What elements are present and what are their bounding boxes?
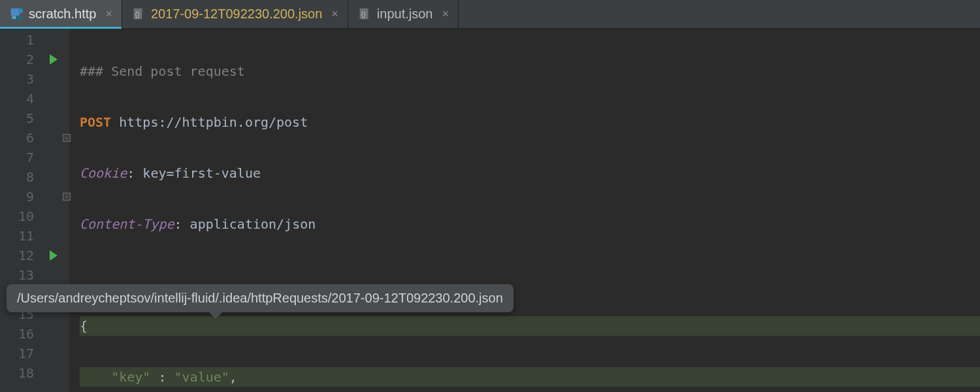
code-line: Cookie: key=first-value — [80, 163, 980, 183]
line-number: 7 — [0, 148, 69, 167]
tab-label: scratch.http — [29, 7, 96, 22]
code-line: "key" : "value", — [80, 367, 980, 387]
line-number: 6- — [0, 128, 69, 148]
line-number: 8 — [0, 167, 69, 187]
path-tooltip: /Users/andreycheptsov/intellij-fluid/.id… — [7, 284, 514, 312]
code-line — [80, 265, 980, 285]
json-file-icon: {} — [131, 7, 146, 22]
http-file-icon: AI — [9, 7, 24, 22]
close-icon[interactable]: × — [442, 7, 449, 21]
tab-bar: AI scratch.http × {} 2017-09-12T092230.2… — [0, 0, 980, 29]
json-file-icon: {} — [357, 7, 372, 22]
tab-label: 2017-09-12T092230.200.json — [151, 7, 322, 22]
code-line: POST https://httpbin.org/post — [80, 112, 980, 132]
tab-json-response[interactable]: {} 2017-09-12T092230.200.json × — [122, 0, 348, 28]
tab-scratch-http[interactable]: AI scratch.http × — [0, 0, 122, 28]
svg-point-3 — [18, 8, 23, 12]
line-number: 16 — [0, 324, 69, 344]
line-number: 17 — [0, 344, 69, 363]
code-line: { — [80, 316, 980, 336]
gutter: 1 2 3 4 5 6- 7 8 9- 10 11 12 13 14 15 16… — [0, 29, 69, 392]
close-icon[interactable]: × — [105, 7, 112, 21]
tab-input-json[interactable]: {} input.json × — [348, 0, 459, 28]
code-line: Content-Type: application/json — [80, 214, 980, 234]
code-area[interactable]: ### Send post request POST https://httpb… — [69, 29, 980, 392]
line-number: 2 — [0, 50, 69, 69]
line-number: 10 — [0, 206, 69, 226]
tab-label: input.json — [377, 7, 433, 22]
code-line: ### Send post request — [80, 61, 980, 81]
svg-text:{}: {} — [361, 10, 366, 18]
line-number: 12 — [0, 246, 69, 265]
run-icon[interactable] — [50, 54, 57, 65]
svg-text:{}: {} — [135, 10, 140, 18]
run-icon[interactable] — [50, 250, 57, 261]
line-number: 1 — [0, 30, 69, 50]
svg-text:AI: AI — [12, 15, 16, 20]
close-icon[interactable]: × — [331, 7, 338, 21]
code-editor[interactable]: 1 2 3 4 5 6- 7 8 9- 10 11 12 13 14 15 16… — [0, 29, 980, 392]
line-number: 11 — [0, 226, 69, 246]
line-number: 5 — [0, 108, 69, 128]
line-number: 18 — [0, 363, 69, 383]
line-number: 3 — [0, 69, 69, 89]
line-number: 9- — [0, 187, 69, 206]
line-number: 13 — [0, 265, 69, 285]
line-number: 4 — [0, 89, 69, 108]
